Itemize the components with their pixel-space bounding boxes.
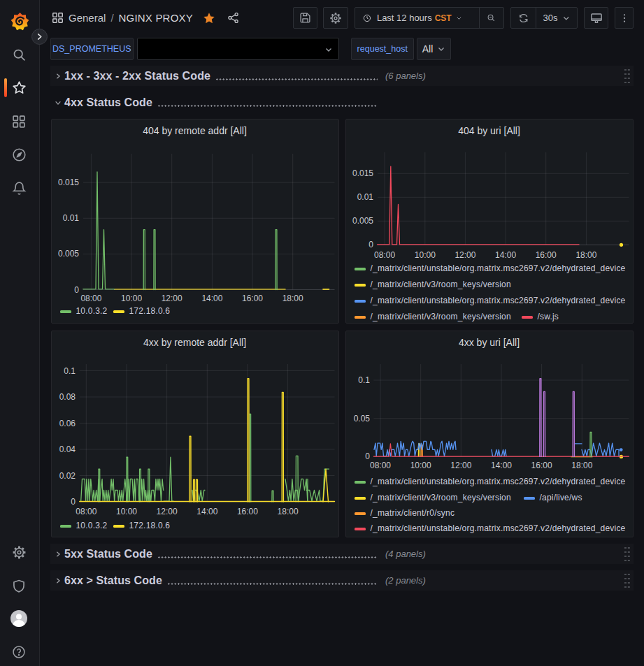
svg-text:0.1: 0.1 <box>64 366 76 376</box>
svg-text:16:00: 16:00 <box>236 507 257 516</box>
svg-text:08:00: 08:00 <box>80 294 101 303</box>
svg-text:12:00: 12:00 <box>455 250 475 260</box>
svg-text:18:00: 18:00 <box>277 507 298 516</box>
svg-text:0.02: 0.02 <box>59 471 76 481</box>
svg-text:0.05: 0.05 <box>353 414 370 424</box>
svg-text:14:00: 14:00 <box>201 294 222 303</box>
svg-text:12:00: 12:00 <box>156 507 177 516</box>
svg-text:08:00: 08:00 <box>76 507 96 516</box>
svg-text:16:00: 16:00 <box>241 294 262 303</box>
svg-text:14:00: 14:00 <box>495 250 516 260</box>
svg-text:10:00: 10:00 <box>414 250 435 260</box>
svg-text:0.005: 0.005 <box>352 216 373 226</box>
svg-text:10:00: 10:00 <box>121 294 142 303</box>
svg-text:18:00: 18:00 <box>571 461 592 470</box>
svg-text:14:00: 14:00 <box>490 461 511 470</box>
svg-text:10:00: 10:00 <box>410 461 431 470</box>
svg-text:0.08: 0.08 <box>59 392 76 402</box>
svg-text:14:00: 14:00 <box>196 507 217 516</box>
svg-text:0.015: 0.015 <box>352 168 373 178</box>
svg-text:10:00: 10:00 <box>115 507 136 516</box>
svg-text:0.04: 0.04 <box>59 444 76 454</box>
svg-text:0.01: 0.01 <box>62 213 79 223</box>
svg-text:0.1: 0.1 <box>358 375 370 385</box>
svg-text:0: 0 <box>368 240 373 249</box>
svg-text:0.06: 0.06 <box>59 419 76 428</box>
svg-text:16:00: 16:00 <box>531 461 552 470</box>
svg-text:0.015: 0.015 <box>57 178 78 187</box>
svg-text:12:00: 12:00 <box>161 294 182 303</box>
svg-text:12:00: 12:00 <box>450 461 471 470</box>
svg-text:0.01: 0.01 <box>357 192 373 202</box>
svg-text:0.005: 0.005 <box>57 249 78 259</box>
svg-text:0: 0 <box>71 497 76 507</box>
svg-text:08:00: 08:00 <box>374 250 395 260</box>
svg-text:0: 0 <box>74 285 79 295</box>
svg-text:18:00: 18:00 <box>575 250 596 260</box>
svg-text:08:00: 08:00 <box>369 461 390 470</box>
svg-text:18:00: 18:00 <box>282 294 303 303</box>
svg-text:16:00: 16:00 <box>535 250 556 260</box>
